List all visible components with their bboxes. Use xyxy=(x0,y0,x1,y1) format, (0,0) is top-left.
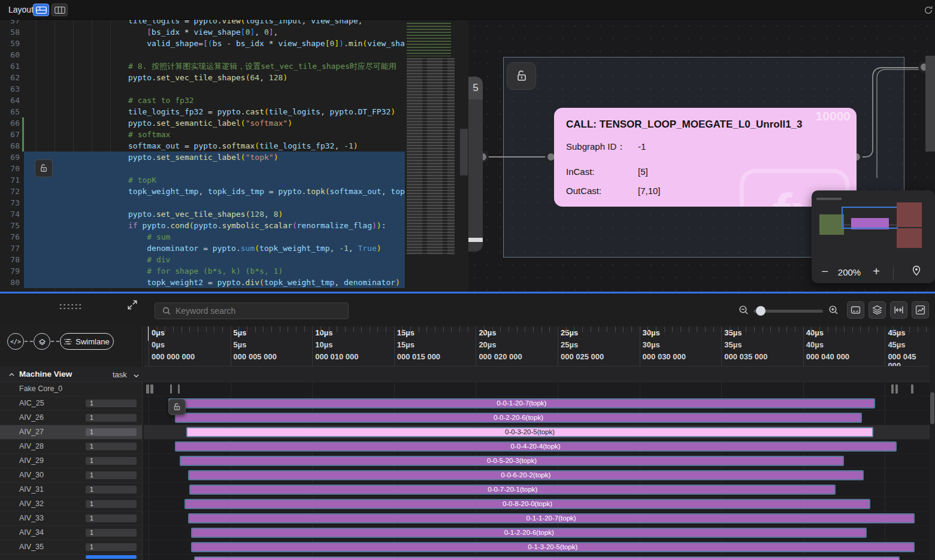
editor-line[interactable]: 75if pypto.cond(pypto.symbolic_scalar(re… xyxy=(0,220,405,231)
task-bar[interactable]: 0-0-7-20-1(topk) xyxy=(189,485,836,495)
task-bar[interactable]: 0-0-1-20-7(topk) xyxy=(168,398,875,408)
layers-button[interactable] xyxy=(869,301,886,319)
editor-line[interactable]: 78# div xyxy=(0,254,405,265)
timeline-scrollbar[interactable] xyxy=(930,326,935,560)
tiny-task-tick[interactable] xyxy=(150,385,153,393)
search-box[interactable] xyxy=(155,302,349,319)
chevron-down-icon[interactable] xyxy=(133,373,140,379)
lane-name-row[interactable]: AIV_271 xyxy=(0,425,143,440)
code-editor[interactable]: 57tile_logits = pypto.view(logits_input,… xyxy=(0,20,468,292)
task-bar[interactable]: 0-0-8-20-0(topk) xyxy=(184,499,870,509)
editor-line[interactable]: 64# cast to fp32 xyxy=(0,95,405,106)
layers-icon xyxy=(872,305,882,315)
editor-line[interactable]: 57tile_logits = pypto.view(logits_input,… xyxy=(0,20,405,26)
lane-name-row[interactable]: Fake Core_0 xyxy=(0,382,143,396)
graph-minimap[interactable]: − 200% + xyxy=(812,190,935,283)
collapsed-node-left[interactable]: 5 xyxy=(468,77,483,252)
code-view-button[interactable]: </> xyxy=(7,333,24,350)
call-node[interactable]: 10000 fx CALL: TENSOR_LOOP_MOEGATE_L0_Un… xyxy=(554,108,857,207)
editor-line[interactable]: 62pypto.set_vec_tile_shapes(64, 128) xyxy=(0,72,405,83)
tiny-task-tick[interactable] xyxy=(146,385,149,393)
timeline-ruler[interactable]: 0µs0µs000 000 0005µs5µs000 005 00010µs10… xyxy=(144,326,930,367)
graph-canvas[interactable]: 5 10000 fx CALL: TENSOR_LOOP_MOEGATE_L0_… xyxy=(468,20,935,292)
machine-view-header[interactable]: Machine View task xyxy=(0,367,935,382)
editor-line[interactable]: 77denominator = pypto.sum(topk_weight_tm… xyxy=(0,243,405,254)
lane-name-row[interactable] xyxy=(0,555,143,560)
editor-line[interactable]: 74pypto.set_vec_tile_shapes(128, 8) xyxy=(0,208,405,220)
tiny-task-tick[interactable] xyxy=(178,385,180,393)
minimap-viewport[interactable] xyxy=(842,207,898,229)
editor-line[interactable]: 65tile_logits_fp32 = pypto.cast(tile_log… xyxy=(0,106,405,117)
lane-row[interactable] xyxy=(144,382,930,396)
group-mode-dropdown[interactable]: task xyxy=(113,370,127,379)
zoom-in-button[interactable]: + xyxy=(869,265,883,279)
line-number: 62 xyxy=(0,72,20,83)
editor-line[interactable]: 59valid_shape=[(bs - bs_idx * view_shape… xyxy=(0,38,405,49)
layout-split-button[interactable] xyxy=(33,4,49,16)
task-bar[interactable]: 0-0-5-20-3(topk) xyxy=(180,456,844,466)
lane-name-row[interactable]: AIV_281 xyxy=(0,440,143,454)
lane-name-row[interactable]: AIV_321 xyxy=(0,497,143,511)
task-bar[interactable]: 0-1-3-20-5(topk) xyxy=(191,542,915,552)
scrollbar-thumb[interactable] xyxy=(930,392,934,424)
lane-name-row[interactable]: AIV_291 xyxy=(0,454,143,468)
fit-width-button[interactable] xyxy=(890,301,907,319)
editor-line[interactable]: 73 xyxy=(0,197,405,208)
task-bar[interactable]: 0-0-2-20-6(topk) xyxy=(175,413,862,423)
graph-unlock-button[interactable] xyxy=(507,62,536,90)
editor-line[interactable]: 72topk_weight_tmp, topk_ids_tmp = pypto.… xyxy=(0,186,405,197)
zoom-out-icon[interactable] xyxy=(739,305,749,315)
editor-line[interactable]: 66pypto.set_semantic_label("softmax") xyxy=(0,117,405,129)
slider-handle[interactable] xyxy=(756,306,765,316)
layout-columns-button[interactable] xyxy=(52,4,68,16)
chevron-up-icon[interactable] xyxy=(8,371,15,378)
editor-line[interactable]: 70 xyxy=(0,163,405,174)
task-bar[interactable]: 0-0-4-20-4(topk) xyxy=(175,441,897,452)
trend-chart-button[interactable] xyxy=(912,301,929,319)
task-bar[interactable]: 0-0-3-20-5(topk) xyxy=(186,427,873,437)
editor-minimap[interactable] xyxy=(407,21,459,273)
task-bar[interactable]: 0-1-1-20-7(topk) xyxy=(188,513,915,523)
editor-line[interactable]: 63 xyxy=(0,83,405,95)
editor-line[interactable]: 80topk_weight2 = pypto.div(topk_weight_t… xyxy=(0,277,405,288)
editor-line[interactable]: 67# softmax xyxy=(0,129,405,140)
editor-line[interactable]: 71# topK xyxy=(0,174,405,186)
lane-name-row[interactable]: AIC_251 xyxy=(0,396,143,411)
lane-name-row[interactable]: AIV_351 xyxy=(0,540,143,555)
tiny-task-tick[interactable] xyxy=(895,385,898,393)
lane-name-row[interactable]: AIV_261 xyxy=(0,411,143,425)
editor-line[interactable]: 79# for shape (b*s, k) (b*s, 1) xyxy=(0,265,405,277)
drag-handle[interactable] xyxy=(59,303,81,310)
refresh-button[interactable] xyxy=(922,4,934,16)
lane-name-row[interactable]: AIV_341 xyxy=(0,526,143,540)
zoom-out-button[interactable]: − xyxy=(818,265,832,279)
expand-icon[interactable] xyxy=(127,299,138,310)
editor-line[interactable]: 68softmax_out = pypto.softmax(tile_logit… xyxy=(0,140,405,152)
lane-name-row[interactable]: AIV_331 xyxy=(0,511,143,526)
timeline-lanes[interactable]: 0-0-1-20-7(topk)0-0-2-20-6(topk)0-0-3-20… xyxy=(144,382,930,560)
editor-line[interactable]: 58[bs_idx * view_shape[0], 0], xyxy=(0,26,405,38)
task-bar[interactable] xyxy=(194,556,899,560)
editor-line[interactable]: 76# sum xyxy=(0,231,405,243)
editor-line[interactable]: 69pypto.set_semantic_label("topk") xyxy=(0,152,405,163)
zoom-in-icon[interactable] xyxy=(828,305,839,315)
tiny-task-tick[interactable] xyxy=(170,385,172,393)
tooltip-card-button[interactable] xyxy=(847,301,864,319)
tiny-task-tick[interactable] xyxy=(891,385,894,393)
editor-line[interactable]: 60 xyxy=(0,49,405,60)
graph-view-button[interactable] xyxy=(34,333,50,350)
tiny-task-tick[interactable] xyxy=(911,385,913,393)
line-number: 75 xyxy=(0,220,20,231)
partial-node-right[interactable] xyxy=(925,56,935,152)
code-unlock-button[interactable] xyxy=(35,159,53,177)
task-bar[interactable]: 0-1-2-20-6(topk) xyxy=(191,528,867,538)
locate-icon[interactable] xyxy=(911,265,922,276)
search-input[interactable] xyxy=(175,306,331,316)
editor-line[interactable]: 61# 8. 按照计算图实现运算逻辑，设置set_vec_tile_shapes… xyxy=(0,60,405,72)
lane-name-row[interactable]: AIV_311 xyxy=(0,483,143,497)
swimlane-view-button[interactable]: Swimlane xyxy=(60,333,114,350)
editor-scrollbar-thumb[interactable] xyxy=(460,129,468,175)
timeline-unlock-button[interactable] xyxy=(168,399,186,415)
task-bar[interactable]: 0-0-6-20-2(topk) xyxy=(188,470,864,480)
lane-name-row[interactable]: AIV_301 xyxy=(0,468,143,483)
